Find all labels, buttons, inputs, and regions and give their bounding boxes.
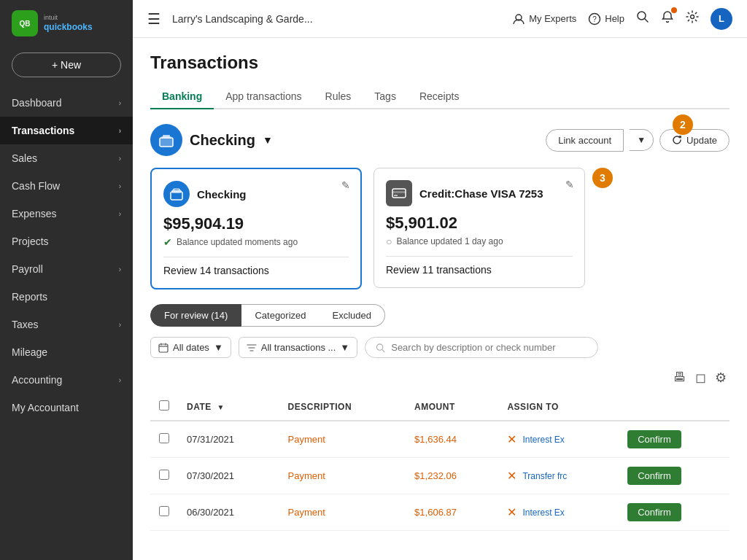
tab-rules[interactable]: Rules [314,85,363,109]
filter-tab-excluded[interactable]: Excluded [320,304,385,327]
checking-card-edit-icon[interactable]: ✎ [341,179,350,191]
assign-icon-1: ✕ [507,432,516,446]
gear-icon [686,10,699,23]
credit-card[interactable]: Credit:Chase VISA 7253 ✎ $5,901.02 ○ Bal… [374,168,585,288]
search-box[interactable] [365,337,598,358]
confirm-button-3[interactable]: Confirm [627,503,681,521]
row-date-3: 06/30/2021 [178,494,279,531]
row-description-2[interactable]: Payment [279,458,406,494]
credit-card-status: ○ Balance updated 1 day ago [386,236,573,247]
my-experts-button[interactable]: My Experts [512,12,576,26]
row-checkbox-1[interactable] [159,433,169,443]
credit-card-name: Credit:Chase VISA 7253 [419,187,543,200]
dates-chevron-icon: ▼ [214,342,223,353]
date-column-header[interactable]: DATE ▼ [178,393,279,421]
print-icon[interactable]: 🖶 [673,370,686,386]
amount-column-header: AMOUNT [406,393,498,421]
table-actions: 🖶 ◻ ⚙ [150,370,729,386]
new-button[interactable]: + New [12,52,121,77]
sidebar-item-mileage[interactable]: Mileage [0,338,133,366]
search-input[interactable] [391,342,587,353]
sidebar-item-label: Cash Flow [12,180,60,192]
help-button[interactable]: ? Help [588,12,624,26]
chevron-down-icon: ▼ [637,135,646,145]
filter-tab-for-review[interactable]: For review (14) [150,304,241,327]
row-assign-text-3[interactable]: Interest Ex [522,508,564,518]
credit-card-edit-icon[interactable]: ✎ [565,179,574,190]
row-amount-1: $1,636.44 [406,421,498,458]
checking-card-balance: $95,904.19 [163,214,349,233]
page-tabs: Banking App transactions Rules Tags Rece… [150,85,729,109]
sidebar-item-sales[interactable]: Sales › [0,144,133,172]
row-description-3[interactable]: Payment [279,494,406,531]
sidebar-item-my-accountant[interactable]: My Accountant [0,394,133,421]
credit-card-wrapper: Credit:Chase VISA 7253 ✎ $5,901.02 ○ Bal… [374,168,613,288]
export-icon[interactable]: ◻ [695,370,706,386]
checking-card-icon [163,181,190,207]
checking-status-text: Balance updated moments ago [177,237,298,247]
confirm-button-2[interactable]: Confirm [627,467,681,485]
table-row: 07/30/2021 Payment $1,232.06 ✕ Transfer … [150,458,729,494]
status-clock-icon: ○ [386,236,392,247]
main-content: ☰ Larry's Landscaping & Garde... My Expe… [133,0,747,560]
account-header: Checking ▼ 2 Link account ▼ Update [150,124,729,156]
svg-rect-15 [392,191,406,193]
chevron-right-icon: › [119,376,121,384]
sidebar-item-taxes[interactable]: Taxes › [0,311,133,338]
table-row: 07/31/2021 Payment $1,636.44 ✕ Interest … [150,421,729,458]
account-icon [150,124,182,156]
link-account-dropdown-button[interactable]: ▼ [630,129,654,151]
row-date-2: 07/30/2021 [178,458,279,494]
link-account-button[interactable]: Link account [546,129,624,152]
svg-rect-16 [394,195,398,196]
checking-card[interactable]: Checking ✎ $95,904.19 ✔ Balance updated … [150,168,362,289]
row-assign-text-2[interactable]: Transfer frc [522,471,567,481]
tab-tags[interactable]: Tags [363,85,408,109]
account-dropdown-icon[interactable]: ▼ [263,134,273,146]
transactions-filter[interactable]: All transactions ... ▼ [239,337,357,358]
transactions-table: DATE ▼ DESCRIPTION AMOUNT ASSIGN TO 07/3… [150,393,729,531]
tab-banking[interactable]: Banking [150,85,214,109]
topbar-actions: My Experts ? Help [512,8,732,30]
search-button[interactable] [636,10,649,27]
filter-icon [247,343,257,353]
sidebar-item-transactions[interactable]: Transactions › [0,117,133,144]
step-2-badge: 2 [673,114,693,135]
sidebar-item-projects[interactable]: Projects [0,228,133,255]
checking-card-review[interactable]: Review 14 transactions [163,257,349,276]
sidebar-item-expenses[interactable]: Expenses › [0,200,133,228]
sidebar-item-dashboard[interactable]: Dashboard › [0,89,133,117]
select-all-checkbox[interactable] [159,400,169,411]
sidebar-item-reports[interactable]: Reports [0,283,133,311]
account-cards: Checking ✎ $95,904.19 ✔ Balance updated … [150,168,729,289]
filters-row: All dates ▼ All transactions ... ▼ [150,337,729,358]
sidebar-item-accounting[interactable]: Accounting › [0,366,133,394]
row-assign-text-1[interactable]: Interest Ex [522,435,564,445]
confirm-button-1[interactable]: Confirm [627,430,681,448]
row-checkbox-2[interactable] [159,470,169,480]
row-assign-1: ✕ Interest Ex [507,432,610,446]
settings-button[interactable] [686,10,699,27]
checking-card-status: ✔ Balance updated moments ago [163,236,349,248]
calendar-icon [158,343,169,353]
tab-receipts[interactable]: Receipts [408,85,471,109]
svg-rect-17 [159,344,168,352]
table-settings-icon[interactable]: ⚙ [715,370,727,386]
sidebar-item-label: Sales [12,152,37,164]
hamburger-icon[interactable]: ☰ [147,10,160,28]
sidebar-item-cash-flow[interactable]: Cash Flow › [0,172,133,200]
company-name[interactable]: Larry's Landscaping & Garde... [172,13,500,25]
row-description-1[interactable]: Payment [279,421,406,458]
update-button[interactable]: Update [659,129,729,152]
row-assign-3: ✕ Interest Ex [507,505,610,519]
notifications-button[interactable] [661,10,674,27]
dates-filter[interactable]: All dates ▼ [150,337,231,358]
credit-card-review[interactable]: Review 11 transactions [386,256,573,276]
user-avatar[interactable]: L [711,8,732,30]
row-checkbox-3[interactable] [159,506,169,516]
filter-tab-categorized[interactable]: Categorized [241,304,319,327]
action-column-header [619,393,729,421]
tab-app-transactions[interactable]: App transactions [214,85,313,109]
assign-icon-2: ✕ [507,469,516,483]
sidebar-item-payroll[interactable]: Payroll › [0,255,133,283]
